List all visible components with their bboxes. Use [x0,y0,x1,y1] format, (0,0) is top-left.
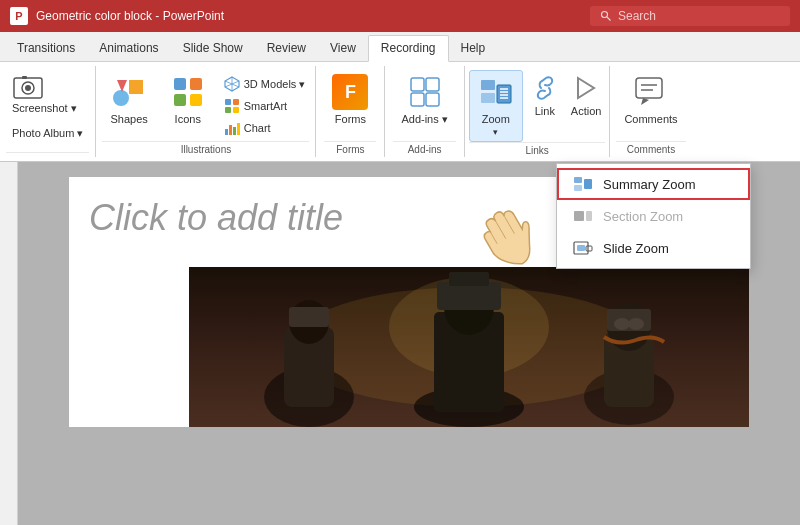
svg-rect-25 [411,78,424,91]
slide-zoom-svg [573,240,593,256]
ribbon-group-comments: Comments Comments [610,66,691,157]
comments-label: Comments [624,113,677,125]
svg-rect-62 [437,282,501,310]
link-icon [531,74,559,102]
search-box[interactable]: Search [590,6,790,26]
tab-review[interactable]: Review [255,36,318,61]
forms-icon: F [332,74,368,110]
screenshot-button[interactable]: Screenshot ▾ [6,70,83,119]
svg-rect-21 [225,129,228,135]
3d-smartart-chart-group: 3D Models ▾ SmartArt [220,70,310,138]
ribbon: Screenshot ▾ Photo Album ▾ Shapes [0,62,800,162]
svg-point-4 [25,85,31,91]
album-button[interactable]: Photo Album ▾ [6,123,89,144]
section-zoom-icon [573,208,593,224]
ribbon-group-illustrations: Shapes Icons [96,66,316,157]
addins-icon [407,74,443,110]
icons-button[interactable]: Icons [162,70,214,129]
tab-transitions[interactable]: Transitions [5,36,87,61]
shapes-icon [111,74,147,110]
svg-rect-24 [237,123,240,135]
ribbon-group-addins: Add-ins ▾ Add-ins [385,66,464,157]
svg-rect-43 [574,185,582,191]
slide-zoom-icon [573,240,593,256]
smartart-icon [224,98,240,114]
section-zoom-item[interactable]: Section Zoom [557,200,750,232]
svg-rect-31 [497,85,511,103]
tab-recording[interactable]: Recording [368,35,449,62]
title-bar: P Geometric color block - PowerPoint Sea… [0,0,800,32]
svg-rect-10 [190,78,202,90]
3d-models-button[interactable]: 3D Models ▾ [220,74,310,94]
svg-rect-9 [174,78,186,90]
summary-zoom-item[interactable]: Summary Zoom [557,168,750,200]
svg-rect-5 [22,76,27,79]
addins-label: Add-ins ▾ [401,113,447,126]
tab-animations[interactable]: Animations [87,36,170,61]
svg-rect-20 [233,107,239,113]
svg-point-0 [602,12,608,18]
svg-rect-11 [174,94,186,106]
svg-rect-19 [225,107,231,113]
zoom-icon [478,75,514,111]
smartart-button[interactable]: SmartArt [220,96,310,116]
comments-section-label: Comments [616,141,685,157]
zoom-arrow: ▾ [493,127,498,137]
images-section-label [6,152,89,157]
link-button[interactable]: Link [527,70,563,121]
svg-rect-18 [233,99,239,105]
smartart-label: SmartArt [244,100,287,112]
slide-zoom-label: Slide Zoom [603,241,669,256]
svg-rect-46 [586,211,592,221]
shapes-button[interactable]: Shapes [102,70,155,129]
svg-rect-28 [426,93,439,106]
slide-image-svg [209,267,729,427]
svg-rect-63 [449,272,489,286]
search-icon [600,10,612,22]
comments-button[interactable]: Comments [616,70,685,129]
svg-rect-22 [229,125,232,135]
svg-rect-45 [574,211,584,221]
forms-button[interactable]: F Forms [324,70,376,129]
svg-rect-42 [574,177,582,183]
addins-button[interactable]: Add-ins ▾ [393,70,455,130]
tab-help[interactable]: Help [449,36,498,61]
forms-section-label: Forms [324,141,376,157]
ribbon-tabs: Transitions Animations Slide Show Review… [0,32,800,62]
svg-marker-37 [578,78,594,98]
summary-zoom-icon [573,176,593,192]
link-label: Link [535,105,555,117]
chart-label: Chart [244,122,271,134]
addins-section-label: Add-ins [393,141,455,157]
search-placeholder: Search [618,9,656,23]
svg-point-6 [113,90,129,106]
slide-image [189,267,749,427]
slide-title-placeholder[interactable]: Click to add title [89,197,343,239]
ribbon-group-forms: F Forms Forms [316,66,385,157]
window-title: Geometric color block - PowerPoint [36,9,582,23]
links-section-label: Links [469,142,606,158]
forms-label: Forms [335,113,366,125]
icons-label: Icons [175,113,201,125]
album-label: Photo Album ▾ [12,127,83,140]
zoom-button[interactable]: Zoom ▾ [469,70,523,142]
svg-rect-44 [584,179,592,189]
summary-zoom-label: Summary Zoom [603,177,695,192]
3d-models-label: 3D Models ▾ [244,78,306,91]
screenshot-icon [12,74,44,102]
svg-rect-38 [636,78,662,98]
app-logo: P [10,7,28,25]
screenshot-label: Screenshot ▾ [12,102,77,115]
tab-slideshow[interactable]: Slide Show [171,36,255,61]
svg-point-69 [628,318,644,330]
svg-point-68 [614,318,630,330]
action-button[interactable]: Action [567,70,606,121]
chart-button[interactable]: Chart [220,118,310,138]
svg-rect-30 [481,93,495,103]
svg-rect-49 [586,246,592,251]
slide-zoom-item[interactable]: Slide Zoom [557,232,750,264]
tab-view[interactable]: View [318,36,368,61]
svg-marker-41 [641,98,649,105]
section-zoom-label: Section Zoom [603,209,683,224]
svg-rect-12 [190,94,202,106]
